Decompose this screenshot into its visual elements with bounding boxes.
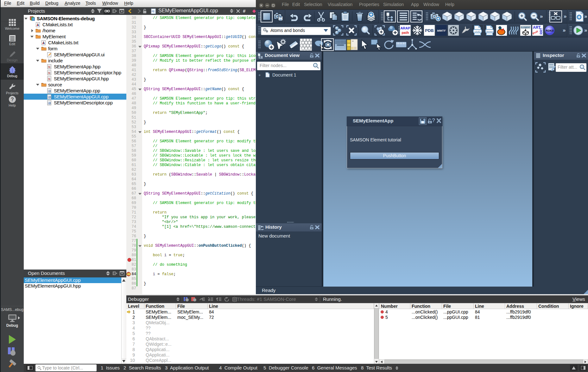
svg-text:RRT: RRT xyxy=(540,28,543,34)
svg-text:UUID: UUID xyxy=(475,30,481,33)
svg-text:MMTF: MMTF xyxy=(437,29,446,32)
svg-text:?: ? xyxy=(11,97,14,102)
svg-text:H: H xyxy=(352,40,353,42)
svg-text:C: C xyxy=(48,96,50,98)
svg-text:C: C xyxy=(48,102,50,104)
svg-text:C: C xyxy=(48,90,50,92)
svg-text:h: h xyxy=(48,65,50,69)
svg-text:h: h xyxy=(48,71,50,75)
svg-text:Element: Element xyxy=(485,30,494,33)
svg-text:C: C xyxy=(152,10,154,13)
svg-text:PDB: PDB xyxy=(425,28,433,33)
svg-text:path: path xyxy=(401,31,409,34)
svg-text:ARAP: ARAP xyxy=(400,26,410,30)
svg-text:h: h xyxy=(48,78,50,81)
svg-text:ELEMENT: ELEMENT xyxy=(521,26,530,28)
svg-text:RDKit: RDKit xyxy=(546,29,554,32)
